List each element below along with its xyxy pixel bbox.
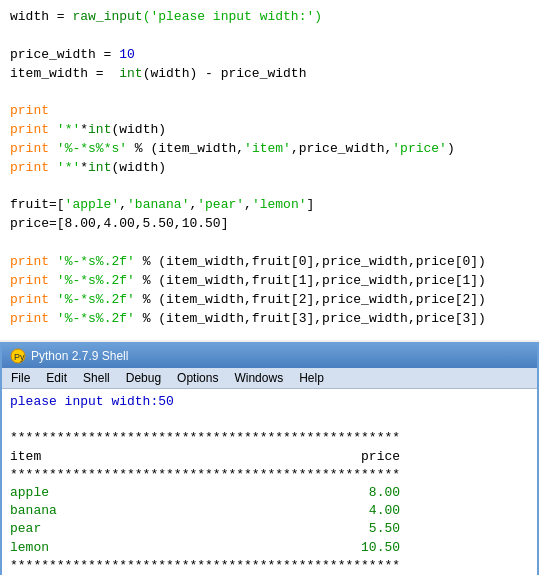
code-line <box>10 178 529 197</box>
shell-output-line: lemon 10.50 <box>10 539 529 557</box>
code-line: print <box>10 102 529 121</box>
code-line: price_width = 10 <box>10 46 529 65</box>
shell-menu-item-edit[interactable]: Edit <box>43 370 70 386</box>
code-line: price=[8.00,4.00,5.50,10.50] <box>10 215 529 234</box>
code-line <box>10 27 529 46</box>
code-line: item_width = int(width) - price_width <box>10 65 529 84</box>
shell-output-line: pear 5.50 <box>10 520 529 538</box>
code-line: print '%-*s%.2f' % (item_width,fruit[0],… <box>10 253 529 272</box>
shell-output-line: please input width:50 <box>10 393 529 411</box>
shell-content: please input width:50 ******************… <box>2 389 537 575</box>
svg-text:Py: Py <box>14 352 25 362</box>
shell-output-line <box>10 411 529 429</box>
code-line: print '%-*s%.2f' % (item_width,fruit[2],… <box>10 291 529 310</box>
shell-menu-item-file[interactable]: File <box>8 370 33 386</box>
code-editor: width = raw_input('please input width:')… <box>0 0 539 340</box>
code-line <box>10 328 529 340</box>
shell-output-line: item price <box>10 448 529 466</box>
shell-menu-item-windows[interactable]: Windows <box>231 370 286 386</box>
shell-menu-item-options[interactable]: Options <box>174 370 221 386</box>
code-line: fruit=['apple','banana','pear','lemon'] <box>10 196 529 215</box>
python-icon: Py <box>10 348 26 364</box>
code-line: print '%-*s%.2f' % (item_width,fruit[3],… <box>10 310 529 329</box>
shell-output-line: ****************************************… <box>10 429 529 447</box>
code-line: print '*'*int(width) <box>10 159 529 178</box>
shell-output-line: banana 4.00 <box>10 502 529 520</box>
shell-menu-item-debug[interactable]: Debug <box>123 370 164 386</box>
code-line: width = raw_input('please input width:') <box>10 8 529 27</box>
shell-titlebar: Py Python 2.7.9 Shell <box>2 344 537 368</box>
shell-menubar: FileEditShellDebugOptionsWindowsHelp <box>2 368 537 389</box>
code-line <box>10 83 529 102</box>
code-line: print '%-*s%.2f' % (item_width,fruit[1],… <box>10 272 529 291</box>
shell-menu-item-shell[interactable]: Shell <box>80 370 113 386</box>
shell-title: Python 2.7.9 Shell <box>31 349 128 363</box>
shell-output-line: ****************************************… <box>10 466 529 484</box>
shell-window: Py Python 2.7.9 Shell FileEditShellDebug… <box>0 342 539 575</box>
shell-output-line: ****************************************… <box>10 557 529 575</box>
code-line: print '*'*int(width) <box>10 121 529 140</box>
shell-menu-item-help[interactable]: Help <box>296 370 327 386</box>
shell-output-line: apple 8.00 <box>10 484 529 502</box>
code-line: print '%-*s%*s' % (item_width,'item',pri… <box>10 140 529 159</box>
code-line <box>10 234 529 253</box>
